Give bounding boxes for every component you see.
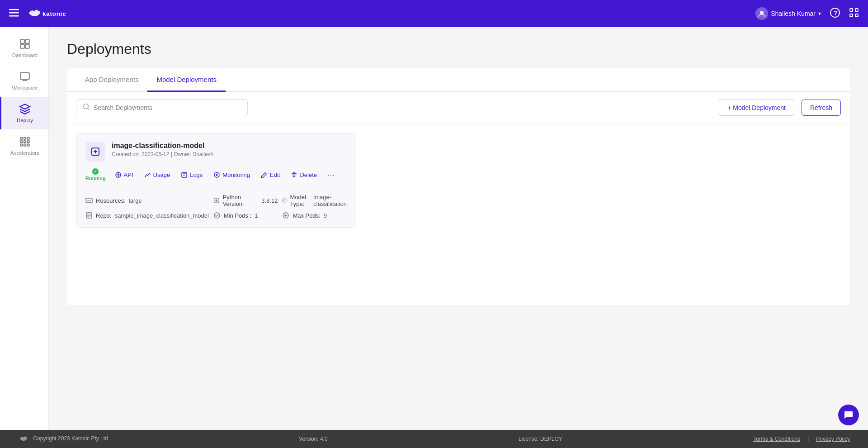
svg-rect-9 [850, 14, 853, 17]
footer-version: Version: 4.0 [299, 436, 327, 442]
card-details: Resources: large Python Version: 3.8.12 … [85, 194, 347, 219]
katonic-footer-logo [18, 434, 28, 444]
repo-icon [85, 212, 93, 219]
svg-rect-15 [20, 72, 29, 79]
hamburger-icon[interactable] [9, 8, 19, 20]
logs-icon [181, 172, 188, 178]
user-avatar [755, 7, 768, 20]
model-type-value: image-classification [313, 194, 347, 207]
min-pods-icon [213, 212, 221, 219]
toolbar-right: + Model Deployment Refresh [719, 100, 841, 116]
svg-rect-31 [86, 198, 92, 203]
topnav: katonic Shailesh Kumar ▾ ? [0, 0, 868, 27]
chat-bubble[interactable] [838, 405, 859, 425]
search-icon [83, 103, 90, 112]
accelerators-icon [19, 136, 31, 148]
sidebar-item-accelerators-label: Accelerators [10, 150, 39, 156]
sidebar-item-workspace-label: Workspace [12, 85, 38, 91]
svg-rect-16 [20, 137, 22, 139]
svg-point-34 [284, 200, 285, 201]
resources-value: large [129, 197, 142, 204]
created-on: 2023-05-12 [142, 151, 169, 157]
sidebar-item-dashboard[interactable]: Dashboard [0, 32, 48, 64]
svg-text:?: ? [834, 10, 837, 16]
monitoring-icon [213, 172, 220, 178]
delete-icon [291, 172, 297, 178]
svg-rect-23 [24, 144, 26, 146]
max-pods-value: 9 [324, 212, 327, 219]
sidebar-item-dashboard-label: Dashboard [12, 52, 38, 58]
deployments-list: image-classification-model Created on: 2… [67, 124, 850, 305]
svg-rect-11 [20, 39, 24, 43]
owner: Shailesh [193, 151, 213, 157]
svg-rect-7 [850, 9, 853, 11]
usage-button[interactable]: Usage [140, 169, 175, 181]
api-icon [115, 172, 122, 178]
resources-detail: Resources: large [85, 194, 209, 207]
svg-rect-0 [9, 9, 19, 10]
footer-copyright: Copyright 2023 Katonic Pty Ltd [18, 434, 108, 444]
delete-button[interactable]: Delete [286, 169, 321, 181]
svg-rect-21 [27, 141, 29, 143]
svg-rect-33 [283, 199, 287, 202]
user-name: Shailesh Kumar [771, 10, 816, 17]
add-model-deployment-button[interactable]: + Model Deployment [719, 100, 794, 116]
svg-rect-13 [20, 44, 24, 48]
terms-link[interactable]: Terms & Conditions [753, 436, 800, 442]
svg-rect-19 [20, 141, 22, 143]
svg-text:katonic: katonic [42, 10, 66, 17]
more-options-button[interactable]: ⋯ [323, 168, 339, 181]
svg-rect-18 [27, 137, 29, 139]
tab-app-deployments[interactable]: App Deployments [76, 68, 147, 92]
footer-license: License: DEPLOY [519, 436, 562, 442]
sidebar-item-deploy[interactable]: Deploy [0, 97, 48, 129]
refresh-button[interactable]: Refresh [802, 100, 841, 116]
python-version-value: 3.8.12 [261, 197, 278, 204]
svg-rect-14 [25, 44, 29, 48]
help-icon[interactable]: ? [830, 8, 840, 20]
tab-model-deployments[interactable]: Model Deployments [147, 68, 226, 92]
python-version-detail: Python Version: 3.8.12 [213, 194, 278, 207]
card-title: image-classification-model [112, 142, 213, 150]
svg-point-4 [760, 11, 764, 14]
expand-icon[interactable] [849, 8, 859, 20]
search-box[interactable] [76, 99, 248, 116]
deploy-icon [19, 103, 31, 115]
search-input[interactable] [94, 104, 241, 111]
svg-rect-20 [24, 141, 26, 143]
topnav-right: Shailesh Kumar ▾ ? [755, 7, 859, 20]
max-pods-icon [282, 212, 289, 219]
status-dot [92, 168, 99, 175]
min-pods-value: 1 [255, 212, 258, 219]
card-title-area: image-classification-model Created on: 2… [112, 142, 213, 157]
sidebar-item-workspace[interactable]: Workspace [0, 64, 48, 97]
toolbar: + Model Deployment Refresh [67, 92, 850, 124]
sidebar-item-deploy-label: Deploy [17, 118, 33, 123]
svg-rect-10 [855, 14, 858, 17]
svg-point-30 [216, 174, 218, 176]
logs-button[interactable]: Logs [176, 169, 207, 181]
svg-rect-8 [855, 9, 858, 11]
version-text: Version: 4.0 [299, 436, 327, 442]
privacy-link[interactable]: Privacy Policy [816, 436, 850, 442]
edit-button[interactable]: Edit [256, 169, 284, 181]
card-subtitle: Created on: 2023-05-12 | Owner: Shailesh [112, 151, 213, 157]
monitoring-button[interactable]: Monitoring [209, 169, 255, 181]
footer-separator: | [807, 436, 809, 442]
sidebar-item-accelerators[interactable]: Accelerators [0, 129, 48, 162]
workspace-icon [19, 71, 31, 82]
svg-rect-22 [20, 144, 22, 146]
page-title: Deployments [67, 41, 850, 57]
api-button[interactable]: API [110, 169, 138, 181]
main-layout: Dashboard Workspace Deploy Accelerators … [0, 27, 868, 430]
model-type-icon [282, 197, 287, 204]
resources-icon [85, 197, 93, 204]
status-badge: Running [85, 168, 106, 181]
repo-detail: Repo: sample_image_classification_model [85, 212, 209, 219]
status-text: Running [85, 176, 106, 181]
card-actions: Running API Usage Logs [85, 168, 347, 181]
max-pods-detail: Max Pods: 9 [282, 212, 347, 219]
user-menu[interactable]: Shailesh Kumar ▾ [755, 7, 821, 20]
main-content: Deployments App Deployments Model Deploy… [49, 27, 868, 430]
svg-rect-24 [27, 144, 29, 146]
